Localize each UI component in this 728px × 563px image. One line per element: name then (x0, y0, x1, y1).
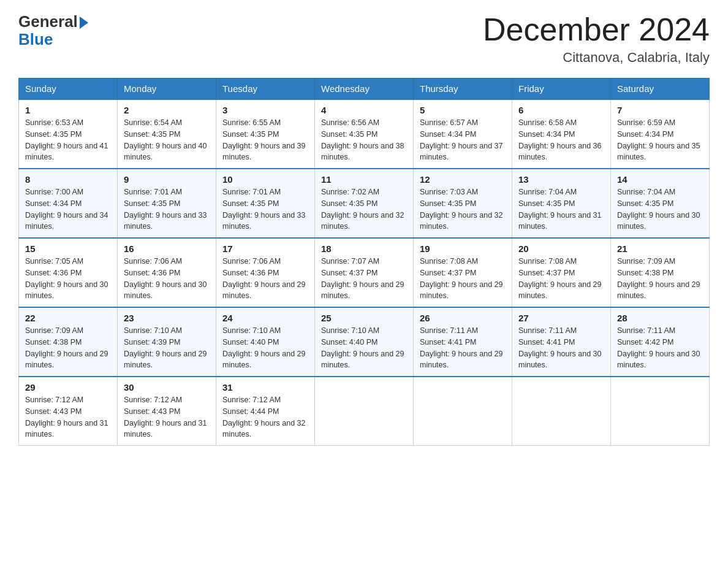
day-number: 3 (222, 105, 308, 115)
calendar-cell: 1 Sunrise: 6:53 AMSunset: 4:35 PMDayligh… (19, 99, 118, 169)
day-info: Sunrise: 7:10 AMSunset: 4:40 PMDaylight:… (222, 326, 306, 369)
calendar-cell: 19 Sunrise: 7:08 AMSunset: 4:37 PMDaylig… (414, 238, 512, 307)
day-number: 2 (124, 105, 210, 115)
day-info: Sunrise: 7:05 AMSunset: 4:36 PMDaylight:… (25, 257, 108, 300)
day-info: Sunrise: 6:54 AMSunset: 4:35 PMDaylight:… (124, 118, 207, 161)
day-info: Sunrise: 7:12 AMSunset: 4:44 PMDaylight:… (222, 396, 306, 439)
calendar-cell: 8 Sunrise: 7:00 AMSunset: 4:34 PMDayligh… (19, 169, 118, 238)
day-info: Sunrise: 7:09 AMSunset: 4:38 PMDaylight:… (25, 326, 108, 369)
day-info: Sunrise: 7:11 AMSunset: 4:41 PMDaylight:… (420, 326, 503, 369)
calendar-cell: 21 Sunrise: 7:09 AMSunset: 4:38 PMDaylig… (611, 238, 710, 307)
day-info: Sunrise: 7:12 AMSunset: 4:43 PMDaylight:… (25, 396, 108, 439)
day-number: 24 (222, 313, 308, 323)
calendar-header-friday: Friday (512, 79, 611, 100)
logo: General Blue (18, 12, 88, 49)
day-info: Sunrise: 7:06 AMSunset: 4:36 PMDaylight:… (222, 257, 306, 300)
calendar-cell: 3 Sunrise: 6:55 AMSunset: 4:35 PMDayligh… (216, 99, 315, 169)
calendar-cell (611, 377, 710, 446)
day-info: Sunrise: 6:59 AMSunset: 4:34 PMDaylight:… (617, 118, 700, 161)
day-info: Sunrise: 7:11 AMSunset: 4:41 PMDaylight:… (518, 326, 602, 369)
day-number: 25 (321, 313, 407, 323)
day-number: 10 (222, 174, 308, 185)
day-number: 30 (124, 382, 210, 393)
day-number: 7 (617, 105, 703, 115)
day-info: Sunrise: 7:06 AMSunset: 4:36 PMDaylight:… (124, 257, 207, 300)
calendar-week-row: 15 Sunrise: 7:05 AMSunset: 4:36 PMDaylig… (19, 238, 710, 307)
day-info: Sunrise: 7:12 AMSunset: 4:43 PMDaylight:… (124, 396, 207, 439)
day-number: 27 (518, 313, 604, 323)
calendar-week-row: 29 Sunrise: 7:12 AMSunset: 4:43 PMDaylig… (19, 377, 710, 446)
calendar-cell: 17 Sunrise: 7:06 AMSunset: 4:36 PMDaylig… (216, 238, 315, 307)
day-info: Sunrise: 7:01 AMSunset: 4:35 PMDaylight:… (222, 188, 306, 231)
calendar-cell: 11 Sunrise: 7:02 AMSunset: 4:35 PMDaylig… (315, 169, 414, 238)
day-number: 18 (321, 243, 407, 254)
calendar-cell: 18 Sunrise: 7:07 AMSunset: 4:37 PMDaylig… (315, 238, 414, 307)
calendar-header-tuesday: Tuesday (216, 79, 315, 100)
calendar-cell: 24 Sunrise: 7:10 AMSunset: 4:40 PMDaylig… (216, 307, 315, 377)
day-info: Sunrise: 7:04 AMSunset: 4:35 PMDaylight:… (518, 188, 602, 231)
day-number: 11 (321, 174, 407, 185)
day-info: Sunrise: 7:01 AMSunset: 4:35 PMDaylight:… (124, 188, 207, 231)
calendar-cell: 13 Sunrise: 7:04 AMSunset: 4:35 PMDaylig… (512, 169, 611, 238)
calendar-cell: 22 Sunrise: 7:09 AMSunset: 4:38 PMDaylig… (19, 307, 118, 377)
day-number: 19 (420, 243, 506, 254)
calendar-cell: 5 Sunrise: 6:57 AMSunset: 4:34 PMDayligh… (414, 99, 512, 169)
day-number: 23 (124, 313, 210, 323)
day-info: Sunrise: 7:08 AMSunset: 4:37 PMDaylight:… (420, 257, 503, 300)
calendar-cell: 28 Sunrise: 7:11 AMSunset: 4:42 PMDaylig… (611, 307, 710, 377)
day-number: 6 (518, 105, 604, 115)
day-number: 9 (124, 174, 210, 185)
day-info: Sunrise: 6:55 AMSunset: 4:35 PMDaylight:… (222, 118, 306, 161)
calendar-header-thursday: Thursday (414, 79, 512, 100)
calendar-cell: 12 Sunrise: 7:03 AMSunset: 4:35 PMDaylig… (414, 169, 512, 238)
day-number: 5 (420, 105, 506, 115)
day-info: Sunrise: 7:09 AMSunset: 4:38 PMDaylight:… (617, 257, 700, 300)
day-number: 31 (222, 382, 308, 393)
day-info: Sunrise: 6:56 AMSunset: 4:35 PMDaylight:… (321, 118, 404, 161)
calendar-table: SundayMondayTuesdayWednesdayThursdayFrid… (18, 78, 710, 446)
calendar-cell: 7 Sunrise: 6:59 AMSunset: 4:34 PMDayligh… (611, 99, 710, 169)
day-number: 17 (222, 243, 308, 254)
day-number: 22 (25, 313, 111, 323)
calendar-header-wednesday: Wednesday (315, 79, 414, 100)
day-info: Sunrise: 7:11 AMSunset: 4:42 PMDaylight:… (617, 326, 700, 369)
title-section: December 2024 Cittanova, Calabria, Italy (483, 12, 710, 66)
day-number: 1 (25, 105, 111, 115)
calendar-cell: 14 Sunrise: 7:04 AMSunset: 4:35 PMDaylig… (611, 169, 710, 238)
day-number: 15 (25, 243, 111, 254)
day-number: 12 (420, 174, 506, 185)
calendar-cell: 26 Sunrise: 7:11 AMSunset: 4:41 PMDaylig… (414, 307, 512, 377)
day-info: Sunrise: 7:10 AMSunset: 4:40 PMDaylight:… (321, 326, 404, 369)
calendar-cell: 20 Sunrise: 7:08 AMSunset: 4:37 PMDaylig… (512, 238, 611, 307)
calendar-cell: 23 Sunrise: 7:10 AMSunset: 4:39 PMDaylig… (118, 307, 216, 377)
day-info: Sunrise: 6:57 AMSunset: 4:34 PMDaylight:… (420, 118, 503, 161)
logo-general-text: General (18, 12, 78, 31)
day-number: 4 (321, 105, 407, 115)
day-number: 28 (617, 313, 703, 323)
location-text: Cittanova, Calabria, Italy (483, 50, 710, 66)
day-info: Sunrise: 7:07 AMSunset: 4:37 PMDaylight:… (321, 257, 404, 300)
calendar-cell (315, 377, 414, 446)
day-number: 21 (617, 243, 703, 254)
calendar-cell: 29 Sunrise: 7:12 AMSunset: 4:43 PMDaylig… (19, 377, 118, 446)
calendar-header-monday: Monday (118, 79, 216, 100)
logo-blue-text: Blue (18, 30, 53, 49)
day-number: 13 (518, 174, 604, 185)
calendar-cell: 16 Sunrise: 7:06 AMSunset: 4:36 PMDaylig… (118, 238, 216, 307)
calendar-cell: 4 Sunrise: 6:56 AMSunset: 4:35 PMDayligh… (315, 99, 414, 169)
calendar-header-row: SundayMondayTuesdayWednesdayThursdayFrid… (19, 79, 710, 100)
day-info: Sunrise: 6:53 AMSunset: 4:35 PMDaylight:… (25, 118, 108, 161)
day-info: Sunrise: 7:02 AMSunset: 4:35 PMDaylight:… (321, 188, 404, 231)
day-info: Sunrise: 7:08 AMSunset: 4:37 PMDaylight:… (518, 257, 602, 300)
day-number: 8 (25, 174, 111, 185)
day-info: Sunrise: 7:04 AMSunset: 4:35 PMDaylight:… (617, 188, 700, 231)
calendar-cell: 10 Sunrise: 7:01 AMSunset: 4:35 PMDaylig… (216, 169, 315, 238)
calendar-header-saturday: Saturday (611, 79, 710, 100)
day-number: 14 (617, 174, 703, 185)
day-number: 16 (124, 243, 210, 254)
calendar-cell: 15 Sunrise: 7:05 AMSunset: 4:36 PMDaylig… (19, 238, 118, 307)
day-info: Sunrise: 7:03 AMSunset: 4:35 PMDaylight:… (420, 188, 503, 231)
day-info: Sunrise: 7:00 AMSunset: 4:34 PMDaylight:… (25, 188, 108, 231)
calendar-cell: 30 Sunrise: 7:12 AMSunset: 4:43 PMDaylig… (118, 377, 216, 446)
calendar-week-row: 1 Sunrise: 6:53 AMSunset: 4:35 PMDayligh… (19, 99, 710, 169)
